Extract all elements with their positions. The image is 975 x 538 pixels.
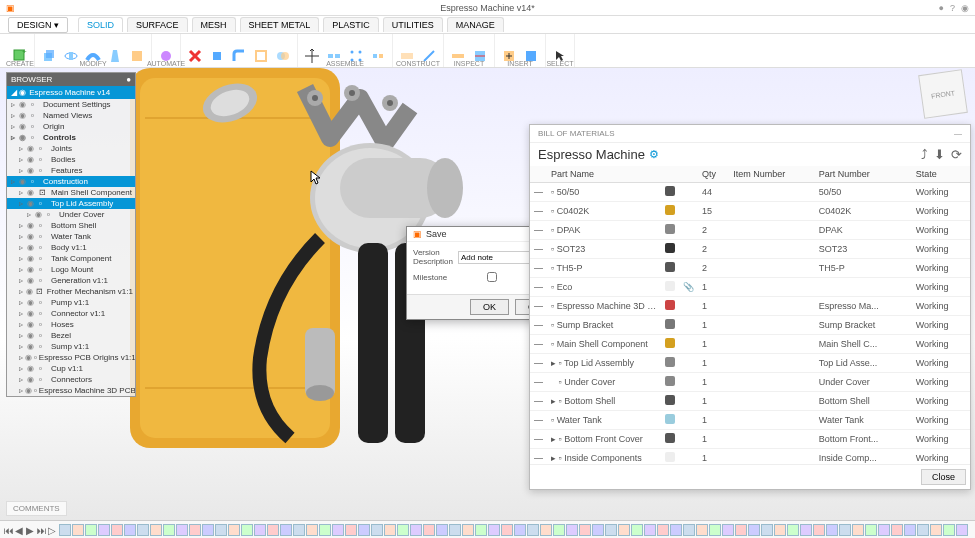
timeline-feature[interactable] xyxy=(423,524,435,536)
timeline-start-icon[interactable]: ⏮ xyxy=(4,525,14,535)
timeline-feature[interactable] xyxy=(358,524,370,536)
table-row[interactable]: —▫ Espresso Machine 3D PCB1Espresso Ma..… xyxy=(530,297,970,316)
tab-utilities[interactable]: UTILITIES xyxy=(383,17,443,32)
timeline-feature[interactable] xyxy=(696,524,708,536)
bom-col-header[interactable]: Part Number xyxy=(815,166,912,183)
timeline-feature[interactable] xyxy=(345,524,357,536)
table-row[interactable]: —▫ DPAK2DPAKWorking xyxy=(530,221,970,240)
bom-col-header[interactable] xyxy=(661,166,679,183)
timeline-feature[interactable] xyxy=(618,524,630,536)
timeline-feature[interactable] xyxy=(761,524,773,536)
joint-icon[interactable] xyxy=(368,45,388,67)
timeline-feature[interactable] xyxy=(917,524,929,536)
timeline-feature[interactable] xyxy=(436,524,448,536)
timeline-feature[interactable] xyxy=(59,524,71,536)
timeline-feature[interactable] xyxy=(293,524,305,536)
user-avatar[interactable]: ◉ xyxy=(961,3,969,13)
notif-icon[interactable]: ● xyxy=(939,3,944,13)
timeline-feature[interactable] xyxy=(384,524,396,536)
timeline-feature[interactable] xyxy=(150,524,162,536)
timeline-feature[interactable] xyxy=(670,524,682,536)
extrude-icon[interactable] xyxy=(39,45,59,67)
browser-item[interactable]: ▹◉▫Espresso PCB Origins v1:1 xyxy=(7,352,135,363)
timeline-feature[interactable] xyxy=(176,524,188,536)
browser-item[interactable]: ▹◉▫Body v1:1 xyxy=(7,242,135,253)
table-row[interactable]: —▫ Eco📎1Working xyxy=(530,278,970,297)
timeline-feature[interactable] xyxy=(605,524,617,536)
timeline-feature[interactable] xyxy=(72,524,84,536)
timeline[interactable]: ⏮ ◀ ▶ ⏭ ▷ xyxy=(0,520,975,538)
timeline-feature[interactable] xyxy=(566,524,578,536)
browser-item[interactable]: ▹◉▫Connector v1:1 xyxy=(7,308,135,319)
table-row[interactable]: —▫ TH5-P2TH5-PWorking xyxy=(530,259,970,278)
browser-item[interactable]: ▹◉▫Origin xyxy=(7,121,135,132)
timeline-feature[interactable] xyxy=(371,524,383,536)
bom-col-header[interactable]: Qty xyxy=(698,166,729,183)
tab-sheetmetal[interactable]: SHEET METAL xyxy=(240,17,320,32)
timeline-feature[interactable] xyxy=(722,524,734,536)
timeline-end-icon[interactable]: ⏭ xyxy=(37,525,47,535)
timeline-feature[interactable] xyxy=(657,524,669,536)
timeline-feature[interactable] xyxy=(748,524,760,536)
timeline-feature[interactable] xyxy=(943,524,955,536)
bom-header[interactable]: BILL OF MATERIALS— xyxy=(530,125,970,143)
browser-root[interactable]: ◢ ◉ Espresso Machine v14 xyxy=(7,86,135,99)
browser-item[interactable]: ▹◉▫Water Tank xyxy=(7,231,135,242)
timeline-feature[interactable] xyxy=(579,524,591,536)
timeline-feature[interactable] xyxy=(800,524,812,536)
table-row[interactable]: —▫ Sump Bracket1Sump BracketWorking xyxy=(530,316,970,335)
browser-item[interactable]: ▹◉▫Generation v1:1 xyxy=(7,275,135,286)
timeline-feature[interactable] xyxy=(254,524,266,536)
delete-icon[interactable] xyxy=(185,45,205,67)
timeline-feature[interactable] xyxy=(202,524,214,536)
comments-bar[interactable]: COMMENTS xyxy=(6,501,67,516)
tab-mesh[interactable]: MESH xyxy=(192,17,236,32)
timeline-feature[interactable] xyxy=(85,524,97,536)
table-row[interactable]: —▫ 50/504450/50Working xyxy=(530,183,970,202)
timeline-feature[interactable] xyxy=(332,524,344,536)
browser-item[interactable]: ▹◉▫Joints xyxy=(7,143,135,154)
browser-item[interactable]: ▹◉▫Logo Mount xyxy=(7,264,135,275)
download-icon[interactable]: ⬇ xyxy=(934,147,945,162)
browser-item[interactable]: ▹◉▫Espresso Machine 3D PCB v3 xyxy=(7,385,135,396)
workspace-switcher[interactable]: DESIGN ▾ xyxy=(8,17,68,33)
collapse-icon[interactable]: — xyxy=(954,129,962,138)
timeline-feature[interactable] xyxy=(319,524,331,536)
timeline-feature[interactable] xyxy=(787,524,799,536)
move-icon[interactable] xyxy=(302,45,322,67)
timeline-feature[interactable] xyxy=(228,524,240,536)
browser-item[interactable]: ▹◉▫Construction xyxy=(7,176,135,187)
browser-item[interactable]: ▹◉▫Tank Component xyxy=(7,253,135,264)
browser-item[interactable]: ▹◉⊡Main Shell Component xyxy=(7,187,135,198)
bom-col-header[interactable] xyxy=(679,166,698,183)
table-row[interactable]: —▫ Water Tank1Water TankWorking xyxy=(530,411,970,430)
sync-icon[interactable]: ⟳ xyxy=(951,147,962,162)
browser-item[interactable]: ▹◉▫Named Views xyxy=(7,110,135,121)
timeline-feature[interactable] xyxy=(306,524,318,536)
close-button[interactable]: Close xyxy=(921,469,966,485)
browser-item[interactable]: ▹◉▫Document Settings xyxy=(7,99,135,110)
browser-item[interactable]: ▹◉▫Top Lid Assembly xyxy=(7,198,135,209)
timeline-feature[interactable] xyxy=(410,524,422,536)
tab-surface[interactable]: SURFACE xyxy=(127,17,188,32)
timeline-feature[interactable] xyxy=(397,524,409,536)
tab-solid[interactable]: SOLID xyxy=(78,17,123,32)
timeline-feature[interactable] xyxy=(449,524,461,536)
timeline-feature[interactable] xyxy=(631,524,643,536)
tab-plastic[interactable]: PLASTIC xyxy=(323,17,379,32)
browser-item[interactable]: ▹◉▫Connectors xyxy=(7,374,135,385)
bom-col-header[interactable]: Part Name xyxy=(547,166,661,183)
timeline-feature[interactable] xyxy=(189,524,201,536)
timeline-feature[interactable] xyxy=(553,524,565,536)
fillet-icon[interactable] xyxy=(229,45,249,67)
timeline-feature[interactable] xyxy=(826,524,838,536)
table-row[interactable]: —▸ ▫ Bottom Front Cover1Bottom Front...W… xyxy=(530,430,970,449)
bom-col-header[interactable]: State xyxy=(912,166,970,183)
timeline-feature[interactable] xyxy=(267,524,279,536)
timeline-feature[interactable] xyxy=(527,524,539,536)
browser-header[interactable]: BROWSER● xyxy=(7,73,135,86)
timeline-feature[interactable] xyxy=(215,524,227,536)
timeline-feature[interactable] xyxy=(111,524,123,536)
timeline-feature[interactable] xyxy=(904,524,916,536)
timeline-feature[interactable] xyxy=(98,524,110,536)
